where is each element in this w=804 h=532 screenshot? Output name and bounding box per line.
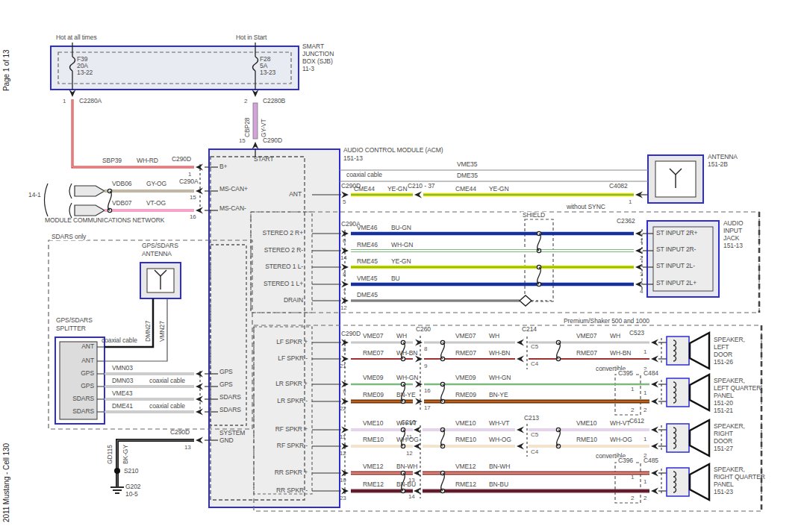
pin-number: 9 — [343, 388, 346, 395]
wire-label: VME46 — [357, 225, 377, 231]
connector-label: C210 — [401, 419, 416, 426]
module-pin-label: START — [254, 156, 274, 163]
pin-number: 1 — [643, 389, 646, 396]
speaker-title: SPEAKER, — [714, 466, 745, 473]
grid-ref: 14-1 — [28, 192, 41, 198]
speaker-title: SPEAKER, — [714, 423, 745, 430]
wire-label: DME45 — [357, 292, 378, 298]
wire-label: VME10 — [455, 420, 476, 427]
speaker-icon — [667, 464, 709, 500]
module-pin-label: GPS — [219, 369, 233, 375]
module-pin-label: B+ — [219, 163, 227, 170]
pin-number: 1 — [643, 436, 646, 442]
pin-number: 15 — [190, 194, 196, 201]
wiring-diagram-page: Page 1 of 13 2011 Mustang - Cell 130 Hot… — [0, 0, 804, 532]
wire-label: VDB07 — [112, 200, 131, 207]
option-note: SDARS only — [50, 234, 87, 240]
wire-color-label: WH — [396, 333, 407, 339]
module-title: INPUT — [723, 228, 742, 234]
connector-label: C290D — [172, 156, 191, 163]
page-number: Page 1 of 13 — [3, 49, 10, 91]
ground-label: G202 — [125, 484, 140, 490]
wire-color-label: BU-GN — [391, 225, 411, 231]
wire-color-label: WH-BN — [396, 350, 417, 357]
pin-number: 1 — [643, 348, 646, 355]
wire-label: RME07 — [576, 350, 597, 357]
wire-color-label: WH — [610, 333, 620, 339]
wire-color-label: WH-VT — [489, 420, 509, 427]
connector-label: C485 — [642, 457, 660, 464]
sjb-ref: 11-3 — [302, 66, 314, 72]
wire-color-label: BN-WH — [396, 463, 417, 470]
pin-number: 15 — [239, 137, 246, 144]
speaker-title: LEFT — [714, 344, 729, 351]
pin-number: 9 — [424, 363, 427, 369]
wire-color-label: WH-GN — [489, 375, 511, 381]
wire-label: RME09 — [455, 392, 476, 398]
wire-label: VME45 — [357, 275, 377, 282]
wire-label: DMN03 — [112, 378, 133, 384]
wire-label: RME07 — [455, 350, 476, 357]
speaker-title: SPEAKER, — [714, 378, 745, 384]
wire-label: VME07 — [576, 333, 596, 339]
wire-color-label: WH — [489, 333, 499, 339]
pin-number: 13 — [408, 477, 415, 484]
connector-label: C2362 — [617, 218, 635, 225]
wire-label: DME41 — [112, 403, 133, 410]
connector-label: C2280B — [263, 98, 285, 104]
pin-number: 1 — [629, 198, 632, 205]
wire-label: SBP39 — [102, 157, 122, 164]
wire-label: RME45 — [357, 258, 378, 265]
pin-number: C5 — [531, 431, 538, 438]
module-pin-label: GPS — [219, 381, 233, 388]
speaker-title: SPEAKER, — [714, 337, 745, 343]
module-pin-label: SDARS — [219, 394, 241, 401]
speaker-icon — [667, 420, 709, 456]
option-note: without SYNC — [565, 204, 607, 210]
pin-number: 1 — [640, 237, 643, 244]
pin-number: 10 — [340, 477, 346, 484]
network-connector-icon — [75, 205, 105, 216]
wire-label: RME07 — [363, 350, 384, 357]
power-label: Hot in Start — [236, 34, 267, 41]
module-pin-label: LF SPKR - — [263, 355, 308, 362]
pin-number: 2 — [643, 407, 646, 413]
cable-note: coaxial cable — [102, 337, 137, 344]
connector-label: C484 — [642, 370, 660, 377]
pin-number: 1 — [63, 98, 66, 104]
option-note: Premium/Shaker 500 and 1000 — [562, 318, 651, 325]
connector-label: C2280A — [79, 98, 102, 104]
splice-label: S210 — [124, 468, 138, 475]
speaker-title: PANEL — [714, 392, 734, 399]
module-title: ANTENNA — [708, 154, 738, 160]
module-pin-label: ANT — [257, 191, 302, 198]
wire-label: VDB06 — [112, 181, 131, 187]
wire-label: VMN27 — [159, 321, 166, 342]
pin-number: 16 — [424, 387, 431, 394]
wire-label: CBP28 — [244, 118, 251, 137]
module-pin-label: RF SPKR - — [263, 442, 308, 449]
pin-number: 7 — [343, 288, 346, 295]
wire-label: VME10 — [363, 420, 383, 427]
pin-number: 1 — [631, 386, 634, 392]
wire-color-label: WH-OG — [610, 436, 632, 443]
cable-note: coaxial cable — [345, 172, 384, 178]
wire-color-label: WH-OG — [489, 436, 511, 443]
pin-number: 23 — [340, 495, 346, 501]
module-pin-label: RR SPKR - — [263, 487, 308, 494]
connector-arrow-down — [69, 90, 76, 97]
connector-label: C612 — [629, 418, 644, 425]
module-pin-label: STEREO 1 L- — [258, 263, 303, 270]
ground-icon — [110, 487, 124, 493]
wire-color-label: YE-GN — [489, 186, 508, 193]
wire-cbp28 — [253, 103, 258, 139]
page-title: 2011 Mustang - Cell 130 — [3, 443, 10, 522]
module-pin-label: ST INPUT 2L- — [656, 263, 695, 269]
module-pin-label: MS-CAN+ — [219, 186, 248, 193]
connector-label: C214 — [522, 326, 537, 333]
module-title: AUDIO — [723, 220, 743, 227]
speaker-title: DOOR — [714, 351, 732, 358]
cable-note: coaxial cable — [149, 378, 185, 384]
pin-number: 1 — [631, 474, 634, 481]
pin-number: 16 — [190, 213, 196, 220]
